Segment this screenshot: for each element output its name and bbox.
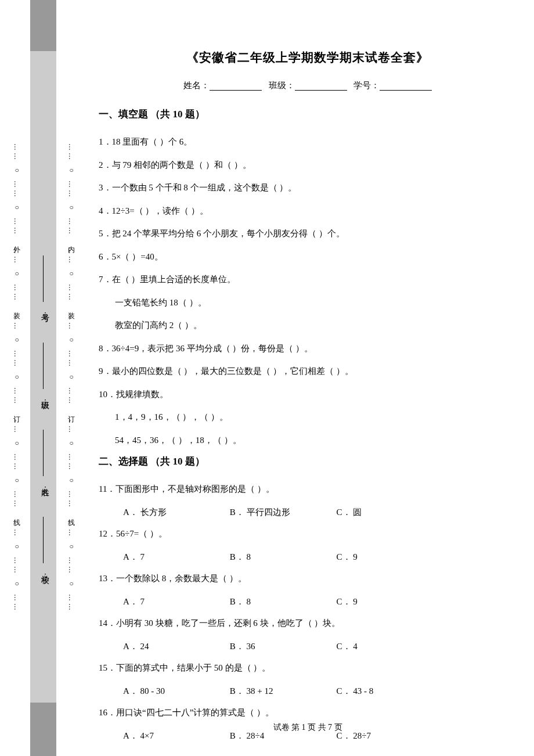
q12-opt-b: B． 8 <box>230 546 334 568</box>
q14: 14．小明有 30 块糖，吃了一些后，还剩 6 块，他吃了（ ）块。 <box>99 613 517 635</box>
q11-opt-a: A． 长方形 <box>123 502 228 524</box>
binding-label-name: 姓名： <box>39 482 50 490</box>
q3: 3．一个数由 5 个千和 8 个一组成，这个数是（ ）。 <box>99 177 517 199</box>
binding-underline-class <box>43 343 44 389</box>
grey-dark-bottom <box>30 703 56 756</box>
q15-options: A． 80 - 30 B． 38 + 12 C． 43 - 8 <box>99 681 517 703</box>
q15: 15．下面的算式中，结果小于 50 的是（ ）。 <box>99 657 517 679</box>
binding-label-examid: 考号： <box>39 308 50 316</box>
binding-underline-examid <box>43 255 44 302</box>
q6: 6．5×（ ）=40。 <box>99 246 517 268</box>
q7: 7．在（ ）里填上合适的长度单位。 <box>99 269 517 291</box>
content-area: 《安徽省二年级上学期数学期末试卷全套》 姓名： 班级： 学号： 一、填空题 （共… <box>99 49 517 747</box>
section-2-title: 二、选择题 （共 10 题） <box>99 455 517 468</box>
q4: 4．12÷3=（ ），读作（ ）。 <box>99 200 517 222</box>
binding-underline-name <box>43 430 44 476</box>
q13-options: A． 7 B． 8 C． 9 <box>99 591 517 613</box>
q12: 12．56÷7=（ ）。 <box>99 523 517 545</box>
q13: 13．一个数除以 8，余数最大是（ ）。 <box>99 568 517 590</box>
binding-line-outer: …… ○ …… ○ …… 外 …… ○ …… 装 …… ○ …… ○ …… 订 … <box>13 0 21 756</box>
q8: 8．36÷4=9，表示把 36 平均分成（ ）份，每份是（ ）。 <box>99 338 517 360</box>
q13-opt-a: A． 7 <box>123 591 228 613</box>
q12-opt-c: C． 9 <box>337 546 441 568</box>
page-footer: 试卷 第 1 页 共 7 页 <box>99 722 517 733</box>
q11-options: A． 长方形 B． 平行四边形 C． 圆 <box>99 502 517 524</box>
q13-opt-b: B． 8 <box>230 591 334 613</box>
grey-dark-top <box>30 0 56 51</box>
binding-underline-school <box>43 517 44 563</box>
q1: 1．18 里面有（ ）个 6。 <box>99 131 517 153</box>
q10a: 1，4，9，16，（ ），（ ）。 <box>99 406 517 429</box>
q13-opt-c: C． 9 <box>337 591 441 613</box>
class-label: 班级： <box>269 81 295 90</box>
q11-opt-c: C． 圆 <box>337 502 441 524</box>
binding-line-inner: …… ○ …… ○ …… 内 …… ○ …… 装 …… ○ …… ○ …… 订 … <box>67 0 76 756</box>
id-label: 学号： <box>353 81 380 90</box>
q14-opt-b: B． 36 <box>230 636 334 658</box>
binding-margin: …… ○ …… ○ …… 外 …… ○ …… 装 …… ○ …… ○ …… 订 … <box>0 0 84 756</box>
q14-opt-c: C． 4 <box>337 636 441 658</box>
q7a: 一支铅笔长约 18（ ）。 <box>99 292 517 314</box>
binding-label-class: 班级： <box>39 395 50 403</box>
q10: 10．找规律填数。 <box>99 384 517 406</box>
q5: 5．把 24 个苹果平均分给 6 个小朋友，每个小朋友分得（ ）个。 <box>99 223 517 245</box>
q15-opt-a: A． 80 - 30 <box>123 681 228 703</box>
q12-options: A． 7 B． 8 C． 9 <box>99 546 517 568</box>
name-label: 姓名： <box>183 81 210 90</box>
binding-label-school: 学校： <box>39 569 50 577</box>
class-blank[interactable] <box>295 82 347 91</box>
q10b: 54，45，36，（ ），18，（ ）。 <box>99 430 517 452</box>
q11-opt-b: B． 平行四边形 <box>230 502 334 524</box>
q15-opt-c: C． 43 - 8 <box>337 681 441 703</box>
id-blank[interactable] <box>380 82 432 91</box>
q7b: 教室的门高约 2（ ）。 <box>99 315 517 337</box>
q16: 16．用口诀“四七二十八”计算的算式是（ ）。 <box>99 702 517 724</box>
q11: 11．下面图形中，不是轴对称图形的是（ ）。 <box>99 478 517 501</box>
q9: 9．最小的四位数是（ ），最大的三位数是（ ），它们相差（ ）。 <box>99 361 517 383</box>
name-blank[interactable] <box>210 82 262 91</box>
q15-opt-b: B． 38 + 12 <box>230 681 334 703</box>
student-info-line: 姓名： 班级： 学号： <box>99 80 517 91</box>
q2: 2．与 79 相邻的两个数是（ ）和（ ）。 <box>99 154 517 177</box>
q14-opt-a: A． 24 <box>123 636 228 658</box>
q14-options: A． 24 B． 36 C． 4 <box>99 636 517 658</box>
q12-opt-a: A． 7 <box>123 546 228 568</box>
section-1-title: 一、填空题 （共 10 题） <box>99 107 517 121</box>
paper-title: 《安徽省二年级上学期数学期末试卷全套》 <box>99 49 517 66</box>
